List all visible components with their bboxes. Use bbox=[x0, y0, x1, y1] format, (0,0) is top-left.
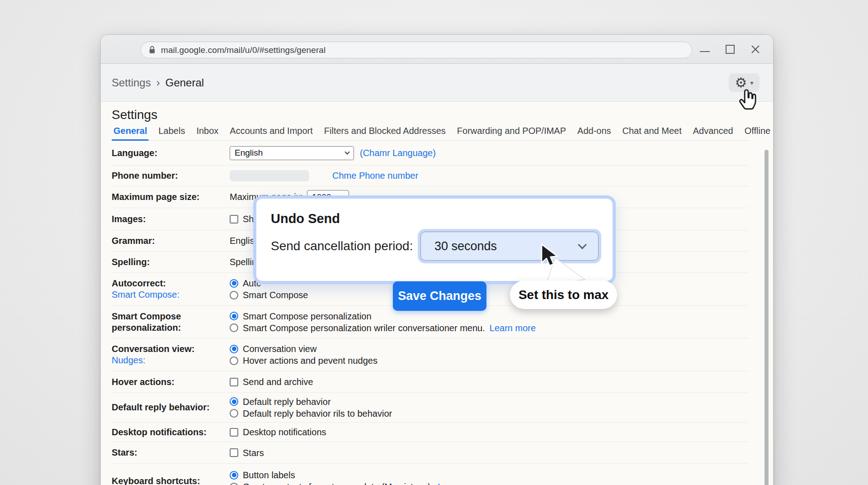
button-labels-radio[interactable] bbox=[230, 471, 238, 480]
tab-advanced[interactable]: Advanced bbox=[693, 126, 733, 136]
cursor-hand-icon bbox=[736, 87, 760, 114]
conversation-view-on-radio[interactable] bbox=[230, 345, 238, 353]
row-label: Images: bbox=[112, 214, 230, 225]
language-select-value: English bbox=[235, 148, 263, 158]
tab-inbox[interactable]: Inbox bbox=[196, 126, 218, 136]
desktop-background: mail.google.com/mail/u/0/#settings/gener… bbox=[0, 0, 868, 485]
create-contacts-radio[interactable] bbox=[230, 483, 238, 485]
option-label: Send and archive bbox=[243, 376, 313, 387]
chevron-down-icon bbox=[344, 149, 349, 154]
row-label: Language: bbox=[112, 147, 230, 159]
option-label: Conversation view bbox=[243, 343, 316, 354]
option-label: Smart Compose personalization wriler con… bbox=[243, 323, 485, 333]
chevron-down-icon bbox=[578, 240, 587, 249]
chevron-down-icon: ▾ bbox=[750, 79, 753, 86]
window-controls bbox=[699, 35, 761, 64]
tab-general[interactable]: General bbox=[113, 126, 147, 136]
tab-forwarding-and-pop-imap[interactable]: Forwarding and POP/IMAP bbox=[457, 126, 566, 136]
row-label: Desktop notifications: bbox=[112, 427, 230, 438]
cancellation-period-dropdown[interactable]: 30 seconds bbox=[420, 232, 599, 261]
breadcrumb: Settings › General bbox=[112, 76, 204, 89]
breadcrumb-separator-icon: › bbox=[156, 76, 160, 89]
maximize-button[interactable] bbox=[724, 43, 736, 55]
option-label: Default reply behavior rils to behavior bbox=[243, 408, 392, 419]
nudges-link[interactable]: Nudges: bbox=[112, 355, 230, 366]
minimize-icon bbox=[700, 51, 710, 52]
close-button[interactable] bbox=[750, 43, 761, 55]
autocorrect-radio[interactable] bbox=[230, 279, 238, 288]
lock-icon bbox=[148, 46, 156, 54]
cancellation-period-label: Send cancellation period: bbox=[271, 239, 413, 253]
minimize-button[interactable] bbox=[699, 43, 711, 55]
row-label: Hover actions: bbox=[112, 376, 230, 388]
option-label: Desktop notifications bbox=[243, 427, 326, 437]
settings-tabs: General Labels Inbox Accounts and Import… bbox=[112, 124, 748, 141]
scrollbar-thumb[interactable] bbox=[764, 150, 769, 485]
row-label: Autocorrect: bbox=[112, 278, 166, 288]
row-desktop-notifications: Desktop notifications: Desktop notificat… bbox=[112, 423, 748, 442]
tab-labels[interactable]: Labels bbox=[158, 126, 185, 136]
option-label: Create contacts for auto-complete (My pi… bbox=[243, 481, 433, 485]
row-label: Maximum page size: bbox=[112, 191, 230, 203]
scrollbar-track bbox=[764, 64, 769, 485]
change-phone-number-link[interactable]: Chme Phone number bbox=[332, 171, 418, 181]
option-label: Smart Compose personalization bbox=[243, 311, 372, 322]
conversation-view-off-radio[interactable] bbox=[230, 357, 238, 365]
option-label: Button labels bbox=[243, 470, 295, 480]
row-conversation-view: Conversation view: Nudges: Conversation … bbox=[112, 338, 748, 371]
url-text: mail.google.com/mail/u/0/#settings/gener… bbox=[161, 45, 326, 55]
grammar-value: Englisl bbox=[230, 235, 256, 246]
row-keyboard-shortcuts: Keyboard shortcuts: Button labels Create… bbox=[112, 464, 748, 485]
option-label: Default reply behavior bbox=[243, 396, 331, 407]
browser-titlebar: mail.google.com/mail/u/0/#settings/gener… bbox=[101, 35, 773, 64]
tab-filters-and-blocked-addresses[interactable]: Filters and Blocked Addresses bbox=[324, 126, 446, 136]
smart-compose-link[interactable]: Smart Compose: bbox=[112, 289, 230, 300]
images-checkbox[interactable] bbox=[230, 215, 238, 223]
option-label: Hover actions and pevent nudges bbox=[243, 355, 377, 366]
row-label: Spelling: bbox=[112, 257, 230, 268]
row-label: Conversation view: bbox=[112, 344, 194, 354]
close-icon bbox=[750, 44, 761, 55]
tab-accounts-and-import[interactable]: Accounts and Import bbox=[230, 126, 312, 136]
row-default-reply-behavior: Default reply behavior: Default reply be… bbox=[112, 393, 748, 423]
learn-more-link[interactable]: Learn more bbox=[490, 323, 536, 333]
popup-title: Undo Send bbox=[271, 211, 340, 226]
coachmark-tooltip: Set this to max bbox=[510, 281, 617, 309]
sc-personalization-off-radio[interactable] bbox=[230, 323, 238, 332]
row-hover-actions: Hover actions: Send and archive bbox=[112, 371, 748, 393]
tab-chat-and-meet[interactable]: Chat and Meet bbox=[623, 126, 682, 136]
cancellation-period-value: 30 seconds bbox=[434, 239, 497, 253]
save-changes-button[interactable]: Save Changes bbox=[393, 281, 486, 311]
learn-more-link[interactable]: Learn more bbox=[438, 481, 484, 485]
change-language-link[interactable]: (Chamr Language) bbox=[360, 148, 436, 158]
sc-personalization-on-radio[interactable] bbox=[230, 312, 238, 320]
breadcrumb-current: General bbox=[165, 76, 204, 89]
maximize-icon bbox=[726, 45, 735, 54]
default-reply-alt-radio[interactable] bbox=[230, 409, 238, 418]
stars-checkbox[interactable] bbox=[230, 448, 238, 457]
url-bar[interactable]: mail.google.com/mail/u/0/#settings/gener… bbox=[141, 42, 692, 58]
send-and-archive-checkbox[interactable] bbox=[230, 378, 238, 386]
phone-number-field[interactable] bbox=[230, 170, 309, 181]
cursor-arrow-icon bbox=[538, 243, 562, 269]
default-reply-radio[interactable] bbox=[230, 397, 238, 406]
breadcrumb-bar: Settings › General ⚙ ▾ bbox=[101, 64, 773, 102]
option-label: Smart Compose bbox=[243, 290, 308, 300]
option-label: Stars bbox=[243, 447, 264, 458]
row-language: Language: English (Chamr Language) bbox=[112, 141, 748, 166]
page-title: Settings bbox=[101, 102, 773, 124]
desktop-notifications-checkbox[interactable] bbox=[230, 428, 238, 437]
breadcrumb-settings[interactable]: Settings bbox=[112, 76, 151, 89]
row-label: Phone number: bbox=[112, 170, 230, 181]
row-label: Stars: bbox=[112, 447, 230, 458]
row-label: Default reply behavior: bbox=[112, 402, 230, 413]
tab-add-ons[interactable]: Add-ons bbox=[577, 126, 611, 136]
row-label: Keyboard shortcuts: bbox=[112, 475, 230, 485]
row-label: Smart Compose personalization: bbox=[112, 311, 230, 333]
smart-compose-radio[interactable] bbox=[230, 291, 238, 300]
row-label: Grammar: bbox=[112, 235, 230, 247]
row-phone-number: Phone number: Chme Phone number bbox=[112, 166, 748, 186]
settings-rows: Language: English (Chamr Language) Phone… bbox=[112, 141, 748, 485]
language-select[interactable]: English bbox=[230, 146, 354, 160]
row-stars: Stars: Stars bbox=[112, 442, 748, 464]
